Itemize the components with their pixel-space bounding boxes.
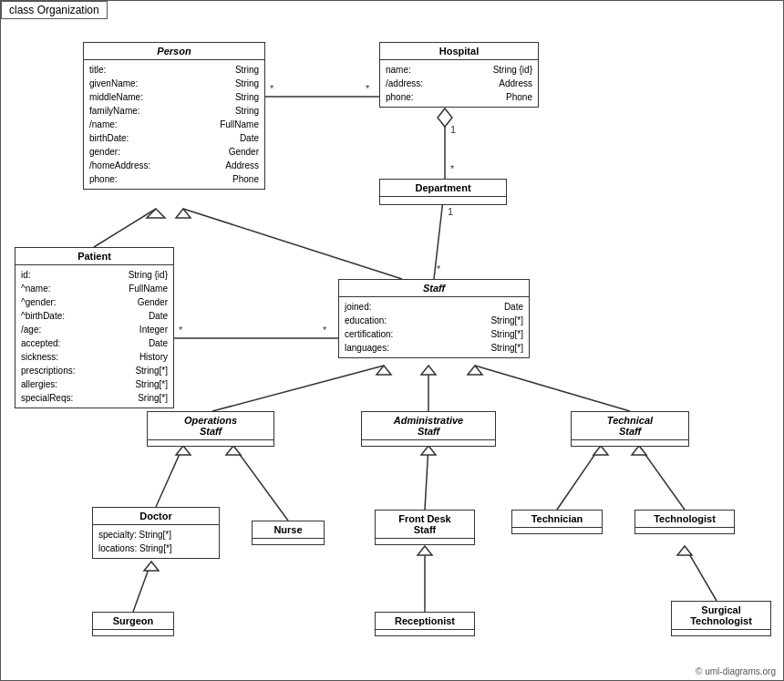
svg-text:*: * bbox=[450, 163, 455, 174]
svg-text:*: * bbox=[270, 83, 274, 94]
svg-marker-28 bbox=[421, 446, 436, 455]
svg-marker-34 bbox=[144, 562, 159, 571]
diagram-container: class Organization * * 1 * 1 * * * bbox=[0, 0, 784, 681]
svg-text:*: * bbox=[179, 325, 183, 335]
class-surgeon: Surgeon bbox=[92, 612, 174, 636]
svg-line-7 bbox=[434, 200, 443, 279]
class-surgical-tech: SurgicalTechnologist bbox=[671, 601, 771, 636]
class-surgeon-name: Surgeon bbox=[93, 613, 173, 630]
svg-marker-32 bbox=[632, 446, 646, 455]
class-front-desk: Front DeskStaff bbox=[375, 510, 475, 545]
svg-text:*: * bbox=[366, 83, 370, 94]
class-technician-name: Technician bbox=[512, 511, 602, 528]
svg-line-25 bbox=[233, 446, 288, 521]
svg-marker-30 bbox=[593, 446, 608, 455]
svg-marker-13 bbox=[176, 209, 191, 218]
class-staff: Staff joined:Date education:String[*] ce… bbox=[338, 279, 530, 358]
class-doctor: Doctor specialty: String[*] locations: S… bbox=[92, 507, 220, 559]
svg-line-33 bbox=[133, 562, 151, 612]
class-staff-name: Staff bbox=[339, 280, 529, 297]
class-technologist-name: Technologist bbox=[635, 511, 734, 528]
class-person: Person title:String givenName:String mid… bbox=[83, 42, 265, 190]
svg-marker-11 bbox=[147, 209, 165, 218]
class-tech-staff: TechnicalStaff bbox=[571, 411, 689, 447]
class-department-name: Department bbox=[380, 180, 506, 197]
svg-text:*: * bbox=[437, 263, 441, 274]
class-front-desk-name: Front DeskStaff bbox=[376, 511, 474, 539]
svg-line-37 bbox=[685, 546, 717, 601]
svg-text:1: 1 bbox=[450, 124, 456, 135]
svg-marker-22 bbox=[468, 366, 482, 375]
class-department: Department bbox=[379, 179, 507, 205]
class-receptionist: Receptionist bbox=[375, 612, 475, 636]
svg-line-10 bbox=[94, 209, 156, 247]
class-staff-attrs: joined:Date education:String[*] certific… bbox=[339, 297, 529, 357]
svg-line-12 bbox=[183, 209, 402, 279]
svg-text:*: * bbox=[323, 325, 327, 335]
svg-line-31 bbox=[639, 446, 685, 510]
class-hospital: Hospital name:String {id} /address:Addre… bbox=[379, 42, 539, 108]
class-nurse: Nurse bbox=[252, 521, 325, 545]
svg-line-27 bbox=[425, 446, 428, 510]
svg-marker-38 bbox=[677, 546, 692, 555]
svg-marker-18 bbox=[377, 366, 391, 375]
copyright: © uml-diagrams.org bbox=[696, 666, 776, 676]
class-person-name: Person bbox=[84, 43, 264, 60]
class-patient-attrs: id:String {id} ^name:FullName ^gender:Ge… bbox=[15, 265, 173, 408]
diagram-title: class Organization bbox=[1, 1, 108, 19]
class-operations-staff: OperationsStaff bbox=[147, 411, 274, 447]
class-surgical-tech-name: SurgicalTechnologist bbox=[672, 602, 770, 630]
class-admin-staff-name: AdministrativeStaff bbox=[362, 412, 495, 440]
svg-line-29 bbox=[557, 446, 601, 510]
class-technologist: Technologist bbox=[634, 510, 735, 534]
svg-line-17 bbox=[212, 366, 384, 411]
class-nurse-name: Nurse bbox=[253, 521, 324, 539]
svg-marker-4 bbox=[438, 108, 452, 127]
class-tech-staff-name: TechnicalStaff bbox=[572, 412, 688, 440]
class-hospital-name: Hospital bbox=[380, 43, 538, 60]
svg-marker-24 bbox=[176, 446, 191, 455]
class-person-attrs: title:String givenName:String middleName… bbox=[84, 60, 264, 189]
class-hospital-attrs: name:String {id} /address:Address phone:… bbox=[380, 60, 538, 107]
svg-marker-26 bbox=[226, 446, 241, 455]
svg-line-21 bbox=[475, 366, 630, 411]
class-receptionist-name: Receptionist bbox=[376, 613, 474, 630]
class-department-attrs bbox=[380, 197, 506, 204]
class-technician: Technician bbox=[511, 510, 603, 534]
svg-marker-36 bbox=[418, 546, 432, 555]
class-doctor-name: Doctor bbox=[93, 508, 219, 525]
svg-marker-20 bbox=[421, 366, 436, 375]
class-patient: Patient id:String {id} ^name:FullName ^g… bbox=[15, 247, 174, 408]
class-operations-staff-name: OperationsStaff bbox=[148, 412, 273, 440]
svg-text:1: 1 bbox=[448, 206, 453, 217]
class-admin-staff: AdministrativeStaff bbox=[361, 411, 496, 447]
class-patient-name: Patient bbox=[15, 248, 173, 265]
class-doctor-attrs: specialty: String[*] locations: String[*… bbox=[93, 525, 219, 558]
svg-line-23 bbox=[156, 446, 183, 507]
